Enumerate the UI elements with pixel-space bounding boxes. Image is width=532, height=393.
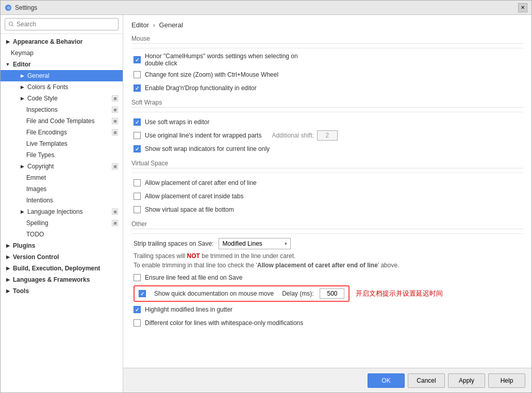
sidebar-item-intentions[interactable]: Intentions [1, 195, 123, 206]
delay-label: Delay (ms): [282, 290, 313, 297]
sidebar-item-build-execution[interactable]: ▶ Build, Execution, Deployment [1, 263, 123, 274]
svg-text:⚙: ⚙ [7, 6, 10, 10]
settings-badge: ⊞ [112, 163, 118, 169]
sidebar-item-tools[interactable]: ▶ Tools [1, 285, 123, 297]
toggle-icon: ▶ [19, 209, 25, 215]
ensure-line-feed-label: Ensure line feed at file end on Save [145, 274, 242, 281]
not-word: NOT [187, 252, 200, 260]
sidebar-item-spelling[interactable]: Spelling ⊞ [1, 217, 123, 229]
quick-doc-highlight-box: Show quick documentation on mouse move D… [134, 285, 350, 302]
sidebar: ▶ Appearance & Behavior Keymap ▼ Editor … [1, 15, 123, 392]
highlight-modified-checkbox[interactable] [134, 306, 141, 313]
help-button[interactable]: Help [488, 373, 525, 388]
use-soft-wraps-checkbox[interactable] [134, 118, 141, 126]
settings-window: ⚙ Settings ✕ ▶ Appearance & Behavior Key… [0, 0, 532, 393]
camel-humps-checkbox[interactable] [134, 56, 141, 63]
wrap-indicators-checkbox[interactable] [134, 145, 141, 152]
sidebar-item-label: Tools [13, 287, 119, 295]
sidebar-item-label: Copyright [27, 163, 111, 170]
divider [131, 233, 523, 234]
sidebar-item-general[interactable]: ▶ General [1, 70, 123, 81]
zoom-font-checkbox[interactable] [134, 71, 141, 78]
camel-humps-label: Honor "CamelHumps" words settings when s… [145, 53, 298, 67]
option-original-indent: Use original line's indent for wrapped p… [131, 130, 523, 141]
virtual-space-header: Virtual Space [131, 160, 523, 168]
sidebar-item-languages-frameworks[interactable]: ▶ Languages & Frameworks [1, 274, 123, 285]
shift-input[interactable] [317, 130, 338, 141]
option-drag-drop: Enable Drag'n'Drop functionality in edit… [131, 82, 523, 94]
option-caret-end-of-line: Allow placement of caret after end of li… [131, 177, 523, 189]
sidebar-item-label: Images [26, 185, 119, 193]
ensure-line-feed-checkbox[interactable] [134, 274, 141, 281]
window-title: Settings [15, 4, 37, 11]
divider [131, 112, 523, 112]
settings-badge: ⊞ [112, 129, 118, 135]
delay-input[interactable] [320, 288, 344, 299]
option-ensure-line-feed: Ensure line feed at file end on Save [131, 272, 523, 283]
sidebar-item-appearance[interactable]: ▶ Appearance & Behavior [1, 36, 123, 47]
original-indent-checkbox[interactable] [134, 132, 141, 139]
sidebar-item-file-types[interactable]: File Types [1, 149, 123, 161]
settings-badge: ⊞ [112, 118, 118, 124]
sidebar-item-label: Plugins [13, 242, 119, 249]
main-panel: Editor › General Mouse Honor "CamelHumps… [123, 15, 531, 392]
settings-badge: ⊞ [112, 220, 118, 226]
wrap-indicators-label: Show soft wrap indicators for current li… [145, 145, 270, 152]
strip-trailing-dropdown[interactable]: Modified Lines None All [219, 238, 291, 249]
original-indent-label: Use original line's indent for wrapped p… [145, 132, 261, 139]
drag-drop-checkbox[interactable] [134, 84, 141, 92]
sidebar-item-editor[interactable]: ▼ Editor [1, 59, 123, 70]
bold-allow-caret: Allow placement of caret after end of li… [257, 262, 378, 269]
zoom-font-label: Change font size (Zoom) with Ctrl+Mouse … [145, 71, 278, 78]
option-wrap-indicators: Show soft wrap indicators for current li… [131, 143, 523, 155]
main-content-area: ▶ Appearance & Behavior Keymap ▼ Editor … [1, 15, 531, 392]
search-box [1, 15, 123, 34]
sidebar-item-file-code-templates[interactable]: File and Code Templates ⊞ [1, 115, 123, 127]
quick-doc-checkbox[interactable] [139, 290, 146, 297]
mouse-section-header: Mouse [131, 35, 523, 44]
sidebar-item-language-injections[interactable]: ▶ Language Injections ⊞ [1, 206, 123, 217]
use-soft-wraps-label: Use soft wraps in editor [145, 118, 209, 126]
trailing-spaces-info: Trailing spaces will NOT be trimmed in t… [134, 251, 523, 270]
app-icon: ⚙ [5, 4, 12, 11]
sidebar-item-live-templates[interactable]: Live Templates [1, 138, 123, 149]
sidebar-item-inspections[interactable]: Inspections ⊞ [1, 104, 123, 115]
sidebar-item-todo[interactable]: TODO [1, 229, 123, 240]
sidebar-item-plugins[interactable]: ▶ Plugins [1, 240, 123, 251]
virtual-space-section: Virtual Space Allow placement of caret a… [131, 160, 523, 215]
close-button[interactable]: ✕ [518, 3, 527, 12]
option-virtual-space-bottom: Show virtual space at file bottom [131, 204, 523, 215]
toggle-icon: ▶ [19, 163, 25, 169]
option-caret-inside-tabs: Allow placement of caret inside tabs [131, 191, 523, 202]
sidebar-item-colors-fonts[interactable]: ▶ Colors & Fonts [1, 81, 123, 93]
apply-button[interactable]: Apply [448, 373, 485, 388]
virtual-space-checkbox[interactable] [134, 206, 141, 213]
sidebar-item-version-control[interactable]: ▶ Version Control [1, 251, 123, 263]
badge-icon: ⊞ [111, 219, 119, 227]
sidebar-item-label: Keymap [11, 49, 119, 57]
cancel-button[interactable]: Cancel [408, 373, 445, 388]
sidebar-item-emmet[interactable]: Emmet [1, 172, 123, 183]
strip-trailing-wrapper: Modified Lines None All [219, 238, 291, 249]
diff-whitespace-checkbox[interactable] [134, 319, 141, 327]
toggle-icon: ▼ [5, 61, 11, 67]
badge-icon: ⊞ [111, 129, 119, 136]
search-input[interactable] [5, 18, 119, 30]
caret-end-checkbox[interactable] [134, 179, 141, 186]
sidebar-item-copyright[interactable]: ▶ Copyright ⊞ [1, 161, 123, 172]
caret-tabs-checkbox[interactable] [134, 193, 141, 200]
soft-wraps-header: Soft Wraps [131, 99, 523, 108]
sidebar-item-keymap[interactable]: Keymap [1, 47, 123, 59]
sidebar-item-label: Build, Execution, Deployment [13, 265, 119, 272]
ok-button[interactable]: OK [368, 373, 405, 388]
sidebar-item-file-encodings[interactable]: File Encodings ⊞ [1, 127, 123, 138]
sidebar-item-code-style[interactable]: ▶ Code Style ⊞ [1, 93, 123, 104]
sidebar-item-label: Live Templates [26, 140, 119, 147]
sidebar-item-label: General [27, 72, 119, 79]
quick-doc-label: Show quick documentation on mouse move [154, 290, 274, 297]
title-bar-left: ⚙ Settings [5, 4, 37, 11]
caret-end-label: Allow placement of caret after end of li… [145, 179, 257, 186]
sidebar-item-images[interactable]: Images [1, 183, 123, 195]
toggle-icon: ▶ [5, 254, 11, 260]
divider [131, 48, 523, 48]
